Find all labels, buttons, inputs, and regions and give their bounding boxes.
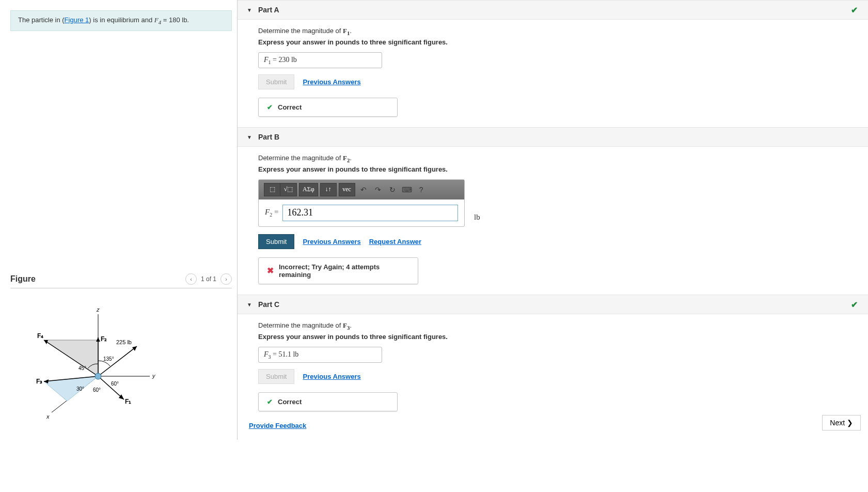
part-b-request-answer-link[interactable]: Request Answer [369,238,421,245]
figure-pager: 1 of 1 [201,275,216,283]
check-icon: ✔ [267,398,273,406]
part-c-submit-button: Submit [258,369,294,384]
part-a-format: Express your answer in pounds to three s… [258,38,868,46]
part-a: ▼ Part A ✔ Determine the magnitude of F1… [238,0,868,124]
caret-down-icon: ▼ [247,302,252,308]
check-icon: ✔ [851,299,858,309]
part-a-feedback-text: Correct [278,103,302,111]
part-b-title: Part B [258,133,279,141]
part-b-submit-button[interactable]: Submit [258,234,294,249]
part-c-header[interactable]: ▼ Part C ✔ [238,295,868,314]
svg-marker-16 [44,376,98,401]
part-a-submit-button: Submit [258,74,294,89]
svg-text:F₂: F₂ [101,335,107,343]
keyboard-icon[interactable]: ⌨ [401,186,413,194]
svg-line-20 [98,376,124,399]
equation-editor: ⬚ √⬚ ΑΣφ ↓↑ vec ↶ [258,179,465,227]
figure-header: Figure ‹ 1 of 1 › [10,273,232,288]
x-icon: ✖ [267,266,274,275]
part-a-answer: F1 = 230 lb [258,52,382,69]
undo-icon[interactable]: ↶ [357,186,370,194]
check-icon: ✔ [851,5,858,15]
part-a-previous-answers-link[interactable]: Previous Answers [303,78,360,86]
provide-feedback-link[interactable]: Provide Feedback [249,422,306,429]
svg-text:60°: 60° [93,387,101,393]
problem-statement: The particle in (Figure 1) is in equilib… [10,10,232,31]
part-b: ▼ Part B Determine the magnitude of F2. … [238,127,868,291]
svg-text:60°: 60° [111,381,119,387]
sqrt-button[interactable]: √⬚ [280,183,297,196]
equation-toolbar: ⬚ √⬚ ΑΣφ ↓↑ vec ↶ [259,180,464,199]
part-b-header[interactable]: ▼ Part B [238,127,868,147]
part-a-feedback: ✔ Correct [258,98,398,117]
part-a-instruction: Determine the magnitude of F1. [258,27,868,36]
svg-text:x: x [46,413,50,420]
figure-prev-button[interactable]: ‹ [185,273,197,285]
svg-text:30°: 30° [76,386,84,392]
check-icon: ✔ [267,103,273,111]
part-c-instruction: Determine the magnitude of F3. [258,321,868,331]
svg-point-23 [95,373,101,379]
figure-title: Figure [10,274,36,284]
part-b-feedback: ✖ Incorrect; Try Again; 4 attempts remai… [258,257,418,284]
svg-text:F₃: F₃ [36,378,42,385]
caret-down-icon: ▼ [247,134,252,140]
part-b-instruction: Determine the magnitude of F2. [258,154,868,163]
part-b-format: Express your answer in pounds to three s… [258,165,868,173]
svg-text:F₄: F₄ [37,332,43,340]
greek-button[interactable]: ΑΣφ [299,183,318,196]
f4-value: = 180 lb. [161,16,189,24]
prompt-pre: The particle in ( [18,16,65,24]
template-button[interactable]: ⬚ [264,183,280,196]
part-a-header[interactable]: ▼ Part A ✔ [238,0,868,20]
part-c-feedback-text: Correct [278,398,302,406]
figure-next-button[interactable]: › [220,273,232,285]
part-b-answer-input[interactable] [282,205,458,221]
svg-text:y: y [152,373,156,379]
part-b-var-label: F2 = [265,208,278,218]
subscript-button[interactable]: ↓↑ [320,183,337,196]
svg-text:F₁: F₁ [125,398,131,405]
caret-down-icon: ▼ [247,7,252,13]
reset-icon[interactable]: ↻ [386,186,399,194]
part-c-feedback: ✔ Correct [258,392,398,411]
f4-var: F4 [154,16,161,24]
help-icon[interactable]: ? [415,186,428,194]
figure-image: z y x F₄ F₂ 225 lb F₃ [10,288,232,435]
prompt-mid: ) is in equilibrium and [89,16,154,24]
svg-marker-14 [132,346,137,351]
svg-text:z: z [96,306,100,313]
svg-text:45°: 45° [78,365,86,371]
part-c-answer: F3 = 51.1 lb [258,347,382,363]
vector-button[interactable]: vec [339,183,355,196]
part-b-unit: lb [474,213,480,222]
part-a-title: Part A [258,6,279,14]
part-c-format: Express your answer in pounds to three s… [258,333,868,341]
svg-text:225 lb: 225 lb [116,339,132,345]
redo-icon[interactable]: ↷ [372,186,384,194]
part-b-feedback-text: Incorrect; Try Again; 4 attempts remaini… [279,263,409,279]
part-c: ▼ Part C ✔ Determine the magnitude of F3… [238,295,868,419]
part-c-title: Part C [258,300,279,309]
svg-marker-11 [96,337,100,342]
svg-text:135°: 135° [103,356,114,362]
part-b-previous-answers-link[interactable]: Previous Answers [303,238,360,245]
part-c-previous-answers-link[interactable]: Previous Answers [303,373,360,380]
figure-link[interactable]: Figure 1 [65,16,89,24]
next-button[interactable]: Next ❯ [822,415,861,431]
